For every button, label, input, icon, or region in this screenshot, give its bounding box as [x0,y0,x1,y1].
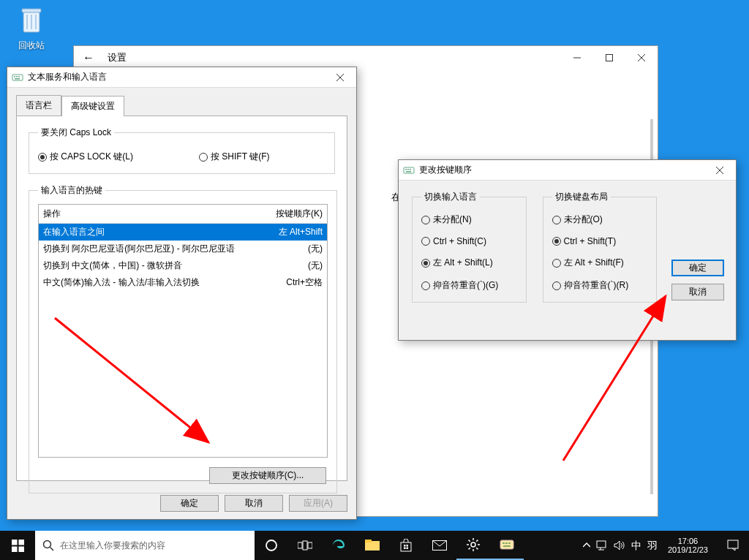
cell: 切换到 中文(简体，中国) - 微软拼音 [43,260,235,272]
hotkeys-legend: 输入语言的热键 [38,184,105,197]
svg-rect-38 [401,542,411,551]
minimize-button[interactable] [561,48,593,68]
radio-label: 抑音符重音(`)(G) [433,279,498,292]
close-button[interactable] [328,70,352,85]
radio-icon [552,281,561,290]
radio-icon [199,153,208,162]
ok-button[interactable]: 确定 [160,495,219,512]
store-icon[interactable] [389,531,423,560]
tab-advanced-keys[interactable]: 高级键设置 [61,96,124,116]
settings-icon[interactable] [456,531,490,560]
svg-rect-12 [18,76,20,77]
search-placeholder: 在这里输入你要搜索的内容 [60,540,165,552]
radio-ctrl-shift[interactable]: Ctrl + Shift(C) [421,236,517,246]
tab-lang-bar[interactable]: 语言栏 [16,95,61,116]
ime-mode-indicator[interactable]: 羽 [647,540,658,550]
search-icon [42,540,54,551]
svg-rect-26 [12,540,18,545]
svg-line-50 [476,548,478,549]
radio-unassigned[interactable]: 未分配(N) [421,213,517,226]
radio-icon [421,259,430,268]
svg-rect-40 [407,545,409,547]
start-button[interactable] [0,531,35,560]
svg-rect-10 [14,76,15,77]
list-item[interactable]: 中文(简体)输入法 - 输入法/非输入法切换Ctrl+空格 [39,274,327,291]
cortana-icon[interactable] [255,531,288,560]
ok-button[interactable]: 确定 [671,260,724,276]
cancel-button[interactable]: 取消 [225,495,283,512]
radio-icon [38,153,47,162]
settings-title: 设置 [103,51,561,64]
ime-indicator[interactable]: 中 [631,540,641,550]
svg-rect-33 [298,542,302,548]
svg-rect-19 [410,169,411,170]
svg-rect-16 [404,167,414,173]
text-services-dialog: 文本服务和输入语言 语言栏 高级键设置 要关闭 Caps Lock 按 CAPS… [7,67,357,520]
search-input[interactable]: 在这里输入你要搜索的内容 [35,531,255,560]
radio-icon [421,281,430,290]
radio-left-alt-shift[interactable]: 左 Alt + Shift(L) [421,257,517,269]
svg-line-31 [50,548,54,551]
svg-rect-35 [308,542,312,548]
back-button[interactable]: ← [74,51,103,64]
task-view-icon[interactable] [288,531,322,560]
svg-point-44 [471,542,475,547]
recycle-bin-icon [16,6,47,37]
cell: 切换到 阿尔巴尼亚语(阿尔巴尼亚) - 阿尔巴尼亚语 [43,243,235,255]
hotkeys-list[interactable]: 在输入语言之间左 Alt+Shift 切换到 阿尔巴尼亚语(阿尔巴尼亚) - 阿… [38,224,328,458]
radio-left-alt-shift[interactable]: 左 Alt + Shift(F) [552,257,648,269]
change-sequence-button[interactable]: 更改按键顺序(C)... [209,467,326,484]
list-item[interactable]: 切换到 中文(简体，中国) - 微软拼音(无) [39,257,327,274]
tray-expand-icon[interactable] [583,542,590,549]
action-center-icon[interactable] [718,531,748,560]
radio-label: 按 CAPS LOCK 键(L) [50,151,133,163]
svg-line-52 [469,548,470,549]
dialog-title: 更改按键顺序 [419,164,708,176]
network-icon[interactable] [596,540,608,550]
caps-lock-radio[interactable]: 按 CAPS LOCK 键(L) [38,151,133,163]
cancel-button[interactable]: 取消 [671,284,724,300]
radio-ctrl-shift[interactable]: Ctrl + Shift(T) [552,236,648,246]
recycle-bin[interactable]: 回收站 [6,6,57,52]
svg-point-30 [44,541,51,548]
svg-rect-57 [503,545,511,547]
svg-rect-18 [407,169,409,170]
radio-grave-accent[interactable]: 抑音符重音(`)(G) [421,279,517,292]
close-button[interactable] [708,163,731,178]
cell: (无) [235,260,323,272]
group-legend: 切换输入语言 [421,191,480,203]
close-button[interactable] [625,48,658,68]
svg-rect-20 [406,171,411,173]
svg-rect-9 [12,75,23,80]
radio-unassigned[interactable]: 未分配(O) [552,213,648,226]
maximize-button[interactable] [593,48,625,68]
clock[interactable]: 17:06 2019/12/23 [663,537,712,554]
shift-radio[interactable]: 按 SHIFT 键(F) [199,151,269,163]
list-item[interactable]: 在输入语言之间左 Alt+Shift [39,224,327,241]
edge-icon[interactable] [322,531,355,560]
svg-line-49 [469,540,470,542]
list-header: 操作 按键顺序(K) [38,204,328,224]
svg-rect-41 [404,548,406,550]
cell: 左 Alt+Shift [235,226,323,238]
svg-rect-42 [407,548,409,550]
list-item[interactable]: 切换到 阿尔巴尼亚语(阿尔巴尼亚) - 阿尔巴尼亚语(无) [39,241,327,257]
volume-icon[interactable] [614,540,625,550]
caps-lock-group: 要关闭 Caps Lock 按 CAPS LOCK 键(L) 按 SHIFT 键… [29,126,335,174]
svg-rect-34 [303,541,307,550]
mail-icon[interactable] [423,531,456,560]
radio-label: 抑音符重音(`)(R) [564,279,629,292]
switch-input-language-group: 切换输入语言 未分配(N) Ctrl + Shift(C) 左 Alt + Sh… [412,191,527,303]
radio-label: 未分配(N) [433,213,472,226]
svg-rect-55 [505,542,508,544]
keyboard-icon [12,72,23,83]
apply-button: 应用(A) [289,495,347,512]
file-explorer-icon[interactable] [355,531,389,560]
ime-app-icon[interactable] [490,531,524,560]
svg-rect-6 [606,55,613,61]
col-action: 操作 [39,205,239,223]
cell: Ctrl+空格 [235,276,323,289]
radio-grave-accent[interactable]: 抑音符重音(`)(R) [552,279,648,292]
change-key-sequence-dialog: 更改按键顺序 切换输入语言 未分配(N) Ctrl + Shift(C) 左 A… [398,159,737,341]
svg-rect-53 [500,540,513,549]
